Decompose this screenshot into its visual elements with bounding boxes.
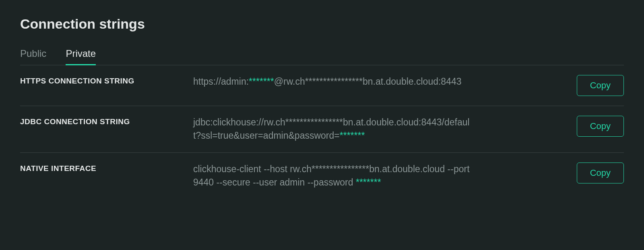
copy-button[interactable]: Copy — [577, 75, 624, 96]
tab-private[interactable]: Private — [66, 48, 96, 65]
masked-text: ******* — [340, 130, 365, 141]
value-text: @rw.ch****************bn.at.double.cloud… — [274, 76, 462, 87]
connection-label: NATIVE INTERFACE — [20, 162, 185, 173]
connection-value-https: https://admin:*******@rw.ch*************… — [193, 75, 483, 88]
tab-public[interactable]: Public — [20, 48, 46, 65]
masked-text: ******* — [356, 177, 381, 188]
connection-value-jdbc: jdbc:clickhouse://rw.ch****************b… — [193, 116, 483, 143]
copy-button[interactable]: Copy — [577, 162, 624, 183]
connection-value-native: clickhouse-client --host rw.ch**********… — [193, 162, 483, 190]
connection-row-jdbc: JDBC CONNECTION STRING jdbc:clickhouse:/… — [20, 106, 624, 153]
page-title: Connection strings — [20, 16, 624, 32]
connection-row-native: NATIVE INTERFACE clickhouse-client --hos… — [20, 153, 624, 199]
tabs: Public Private — [20, 48, 624, 65]
connection-list: HTTPS CONNECTION STRING https://admin:**… — [20, 65, 624, 199]
connection-label: HTTPS CONNECTION STRING — [20, 75, 185, 85]
value-text: https://admin: — [193, 76, 249, 87]
value-text: clickhouse-client --host rw.ch**********… — [193, 164, 470, 188]
copy-button[interactable]: Copy — [577, 116, 624, 137]
masked-text: ******* — [249, 76, 274, 87]
value-text: jdbc:clickhouse://rw.ch****************b… — [193, 117, 470, 141]
connection-label: JDBC CONNECTION STRING — [20, 116, 185, 126]
connection-row-https: HTTPS CONNECTION STRING https://admin:**… — [20, 65, 624, 106]
